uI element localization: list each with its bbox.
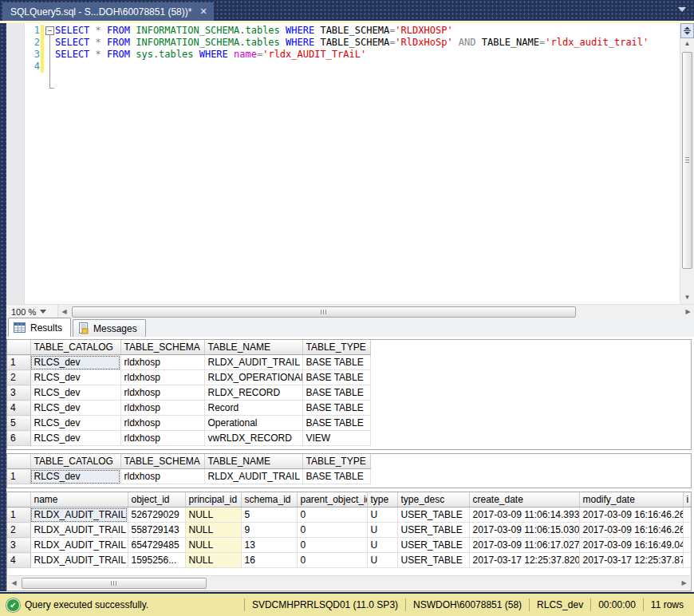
- grid-cell[interactable]: NULL: [185, 538, 241, 553]
- grid-cell[interactable]: 0: [297, 507, 367, 523]
- editor-zoom-dropdown[interactable]: 100 %: [6, 305, 58, 318]
- grid-cell[interactable]: USER_TABLE: [397, 523, 469, 538]
- grid-cell[interactable]: NULL: [185, 523, 241, 538]
- column-header[interactable]: TABLE_CATALOG: [30, 454, 120, 469]
- row-number[interactable]: 2: [7, 370, 30, 385]
- grid-cell[interactable]: RLDX_AUDIT_TRAIL: [30, 538, 128, 553]
- grid-cell[interactable]: BASE TABLE: [302, 385, 370, 401]
- row-number-header[interactable]: [7, 492, 30, 507]
- horizontal-scroll-thumb[interactable]: [22, 578, 207, 589]
- grid-cell[interactable]: RLCS_dev: [30, 469, 120, 484]
- grid-cell[interactable]: 558729143: [128, 523, 185, 538]
- grid-cell[interactable]: rldxhosp: [120, 385, 204, 401]
- close-icon[interactable]: ✕: [199, 6, 207, 17]
- grid-cell[interactable]: [683, 553, 692, 568]
- grid-cell[interactable]: 2017-03-17 12:25:37.877: [579, 553, 683, 568]
- grid-cell[interactable]: 654729485: [128, 538, 185, 553]
- result-grid-2[interactable]: TABLE_CATALOGTABLE_SCHEMATABLE_NAMETABLE…: [7, 454, 371, 484]
- grid-cell[interactable]: BASE TABLE: [302, 416, 370, 431]
- grid-cell[interactable]: 5: [241, 507, 297, 523]
- grid-cell[interactable]: [683, 538, 692, 553]
- grid-cell[interactable]: [683, 523, 692, 538]
- row-number[interactable]: 1: [7, 355, 30, 370]
- row-number[interactable]: 5: [7, 416, 30, 431]
- row-number[interactable]: 2: [7, 523, 30, 538]
- grid-cell[interactable]: 2017-03-17 12:25:37.820: [469, 553, 579, 568]
- grid-cell[interactable]: rldxhosp: [120, 401, 204, 416]
- grid-cell[interactable]: RLDX_OPERATIONAL: [204, 370, 302, 385]
- tab-messages[interactable]: Messages: [73, 319, 146, 337]
- row-number[interactable]: 1: [7, 469, 30, 484]
- grid-cell[interactable]: USER_TABLE: [397, 538, 469, 553]
- result-grid-3[interactable]: nameobject_idprincipal_idschema_idparent…: [7, 492, 692, 568]
- column-header[interactable]: modify_date: [579, 492, 683, 507]
- grid-cell[interactable]: U: [367, 538, 397, 553]
- scroll-left-arrow-icon[interactable]: ◀: [8, 576, 20, 590]
- result-grid-1[interactable]: TABLE_CATALOGTABLE_SCHEMATABLE_NAMETABLE…: [7, 340, 371, 446]
- editor-horizontal-scrollbar[interactable]: 100 % ◀ ▶: [6, 304, 694, 318]
- grid-cell[interactable]: USER_TABLE: [397, 507, 469, 523]
- row-number[interactable]: 1: [7, 507, 30, 523]
- column-header[interactable]: object_id: [128, 492, 185, 507]
- grid-cell[interactable]: 2017-03-09 16:16:49.040: [579, 538, 683, 553]
- grid-cell[interactable]: U: [367, 507, 397, 523]
- scroll-left-arrow-icon[interactable]: ◀: [58, 305, 70, 318]
- grid-cell[interactable]: 13: [241, 538, 297, 553]
- column-header[interactable]: principal_id: [185, 492, 241, 507]
- column-header[interactable]: parent_object_id: [297, 492, 367, 507]
- grid-cell[interactable]: 2017-03-09 16:16:46.260: [579, 523, 683, 538]
- grid-cell[interactable]: 2017-03-09 11:06:17.027: [469, 538, 579, 553]
- scroll-up-arrow-icon[interactable]: ▲: [680, 38, 694, 49]
- grid-cell[interactable]: 1595256...: [128, 553, 185, 568]
- code-line[interactable]: SELECT * FROM INFORMATION_SCHEMA.tables …: [55, 25, 694, 37]
- column-header[interactable]: i: [683, 492, 692, 507]
- grid-cell[interactable]: RLDX_AUDIT_TRAIL: [204, 469, 302, 484]
- grid-cell[interactable]: 0: [297, 538, 367, 553]
- grid-cell[interactable]: rldxhosp: [120, 416, 204, 431]
- column-header[interactable]: create_date: [469, 492, 579, 507]
- grid-cell[interactable]: U: [367, 523, 397, 538]
- column-header[interactable]: type: [367, 492, 397, 507]
- row-number[interactable]: 3: [7, 538, 30, 553]
- grid-cell[interactable]: BASE TABLE: [302, 370, 370, 385]
- grid-cell[interactable]: RLDX_AUDIT_TRAIL: [30, 523, 128, 538]
- grid-cell[interactable]: 2017-03-09 11:06:14.393: [469, 507, 579, 523]
- column-header[interactable]: TABLE_TYPE: [302, 454, 370, 469]
- scroll-right-arrow-icon[interactable]: ▶: [682, 305, 694, 318]
- grid-cell[interactable]: Operational: [204, 416, 302, 431]
- grid-cell[interactable]: RLDX_RECORD: [204, 385, 302, 401]
- grid-cell[interactable]: VIEW: [302, 431, 370, 446]
- row-number-header[interactable]: [7, 340, 30, 355]
- grid-cell[interactable]: RLCS_dev: [30, 370, 120, 385]
- window-splitter-handle[interactable]: [680, 23, 694, 38]
- row-number[interactable]: 4: [7, 553, 30, 568]
- row-number[interactable]: 4: [7, 401, 30, 416]
- tab-results[interactable]: Results: [8, 318, 71, 337]
- grid-cell[interactable]: BASE TABLE: [302, 355, 370, 370]
- grid-cell[interactable]: NULL: [185, 553, 241, 568]
- grid-cell[interactable]: NULL: [185, 507, 241, 523]
- collapse-region-icon[interactable]: −: [45, 26, 54, 35]
- query-editor[interactable]: 1234 − SELECT * FROM INFORMATION_SCHEMA.…: [6, 23, 694, 304]
- grid-cell[interactable]: 2017-03-09 11:06:15.030: [469, 523, 579, 538]
- grid-cell[interactable]: rldxhosp: [120, 469, 204, 484]
- column-header[interactable]: TABLE_NAME: [204, 340, 302, 355]
- column-header[interactable]: schema_id: [241, 492, 297, 507]
- grid-cell[interactable]: 16: [241, 553, 297, 568]
- grid-cell[interactable]: vwRLDX_RECORD: [204, 431, 302, 446]
- grid-horizontal-scrollbar[interactable]: ◀ ▶: [8, 575, 690, 590]
- grid-cell[interactable]: rldxhosp: [120, 370, 204, 385]
- grid-cell[interactable]: RLCS_dev: [30, 385, 120, 401]
- column-header[interactable]: TABLE_TYPE: [302, 340, 370, 355]
- tab-sqlquery5[interactable]: SQLQuery5.sql - S...DOH\60078851 (58))* …: [2, 2, 214, 21]
- grid-cell[interactable]: RLCS_dev: [30, 431, 120, 446]
- scroll-right-arrow-icon[interactable]: ▶: [678, 576, 690, 590]
- row-number[interactable]: 6: [7, 431, 30, 446]
- grid-cell[interactable]: RLDX_AUDIT_TRAIL: [30, 507, 128, 523]
- code-lines[interactable]: SELECT * FROM INFORMATION_SCHEMA.tables …: [55, 23, 694, 304]
- column-header[interactable]: TABLE_NAME: [204, 454, 302, 469]
- grid-cell[interactable]: rldxhosp: [120, 355, 204, 370]
- column-header[interactable]: type_desc: [397, 492, 469, 507]
- editor-vertical-scrollbar[interactable]: ▲ ▼: [680, 23, 694, 304]
- column-header[interactable]: name: [30, 492, 128, 507]
